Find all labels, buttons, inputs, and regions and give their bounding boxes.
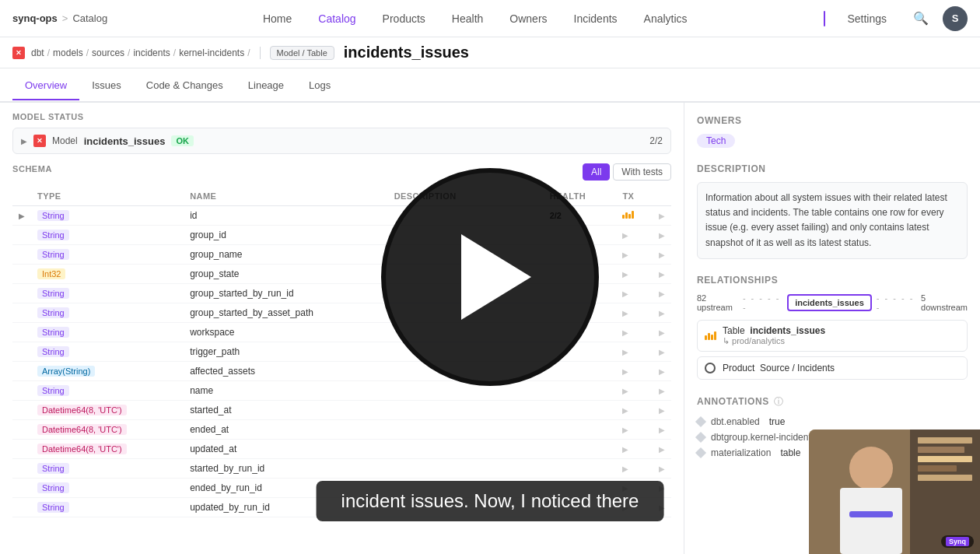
table-row[interactable]: String group_id ▶ ▶ <box>12 226 671 245</box>
tx-cell: ▶ <box>616 440 653 459</box>
svg-rect-3 <box>918 447 964 453</box>
table-row[interactable]: String name ▶ ▶ <box>12 381 671 401</box>
table-row[interactable]: String group_started_by_run_id ▶ ▶ <box>12 284 671 303</box>
model-expand-arrow[interactable]: ▶ <box>21 137 27 146</box>
type-cell: Datetime64(8, 'UTC') <box>31 440 184 459</box>
type-cell: String <box>31 459 184 479</box>
col-description-header: DESCRIPTION <box>388 187 544 206</box>
nav-incidents[interactable]: Incidents <box>562 8 630 30</box>
model-count: 2/2 <box>649 135 663 146</box>
row-expand-cell <box>12 226 31 245</box>
nav-products[interactable]: Products <box>370 8 438 30</box>
nav-center: Home Catalog Products Health Owners Inci… <box>129 8 821 30</box>
tab-overview[interactable]: Overview <box>12 72 79 100</box>
rel-diagram: 82 upstream - - - - - - incidents_issues… <box>697 293 968 312</box>
model-type-label: Model <box>52 135 78 146</box>
table-row[interactable]: Datetime64(8, 'UTC') ended_at ▶ ▶ <box>12 420 671 440</box>
breadcrumb-models[interactable]: models <box>53 47 83 58</box>
breadcrumb-dbt[interactable]: dbt <box>31 47 44 58</box>
row-expand-cell <box>12 303 31 323</box>
rel-item-product[interactable]: Product Source / Incidents <box>697 356 968 380</box>
table-row[interactable]: Datetime64(8, 'UTC') updated_at ▶ ▶ <box>12 440 671 459</box>
user-avatar[interactable]: S <box>943 6 968 31</box>
annotation-dbt-enabled: dbt.enabled true <box>697 416 968 427</box>
filter-all[interactable]: All <box>583 163 610 181</box>
table-row[interactable]: Datetime64(8, 'UTC') started_at ▶ ▶ <box>12 401 671 420</box>
schema-table: TYPE NAME DESCRIPTION HEALTH TX ▶ String… <box>12 187 671 517</box>
tab-lineage[interactable]: Lineage <box>236 72 296 100</box>
subtitle-text: incident issues. Now, I noticed there <box>341 490 639 511</box>
nav-owners[interactable]: Owners <box>497 8 559 30</box>
nav-analytics[interactable]: Analytics <box>632 8 700 30</box>
row-expand-cell <box>12 245 31 265</box>
table-row[interactable]: String group_name ▶ ▶ <box>12 245 671 265</box>
table-row[interactable]: String group_started_by_asset_path ▶ ▶ <box>12 303 671 323</box>
schema-label: SCHEMA <box>12 164 52 174</box>
svg-rect-2 <box>918 437 972 444</box>
health-cell <box>544 323 617 342</box>
nav-catalog[interactable]: Catalog <box>306 8 368 30</box>
relationships-section: Relationships 82 upstream - - - - - - in… <box>697 275 968 380</box>
nav-home[interactable]: Home <box>250 8 304 30</box>
table-row[interactable]: ▶ String id 2/2 ▶ <box>12 206 671 226</box>
top-nav: synq-ops > Catalog Home Catalog Products… <box>0 0 980 37</box>
type-cell: String <box>31 498 184 517</box>
health-cell: 2/2 <box>544 206 617 226</box>
nav-health[interactable]: Health <box>439 8 495 30</box>
table-row[interactable]: String trigger_path ▶ ▶ <box>12 342 671 362</box>
chevron-cell: ▶ <box>653 303 671 323</box>
tx-cell: ▶ <box>616 459 653 479</box>
breadcrumb-kernel-incidents[interactable]: kernel-incidents <box>179 47 244 58</box>
svg-rect-9 <box>849 511 893 517</box>
name-cell: trigger_path <box>184 342 388 362</box>
brand-name[interactable]: synq-ops <box>12 12 58 24</box>
type-cell: String <box>31 245 184 265</box>
row-expand-cell <box>12 459 31 479</box>
health-cell <box>544 381 617 401</box>
row-expand-cell <box>12 479 31 498</box>
table-row[interactable]: Int32 group_state ▶ ▶ <box>12 265 671 284</box>
chevron-cell: ▶ <box>653 265 671 284</box>
rel-item-table[interactable]: Table incidents_issues ↳ prod/analytics <box>697 320 968 352</box>
name-cell: group_started_by_asset_path <box>184 303 388 323</box>
tx-cell: ▶ <box>616 284 653 303</box>
tx-cell: ▶ <box>616 245 653 265</box>
nav-settings[interactable]: Settings <box>835 8 899 30</box>
table-row[interactable]: String started_by_run_id ▶ ▶ <box>12 459 671 479</box>
type-cell: Datetime64(8, 'UTC') <box>31 401 184 420</box>
row-expand-cell <box>12 381 31 401</box>
row-expand-cell <box>12 401 31 420</box>
nav-catalog-link[interactable]: Catalog <box>72 12 107 24</box>
breadcrumb-sources[interactable]: sources <box>92 47 124 58</box>
chevron-cell: ▶ <box>653 206 671 226</box>
svg-point-7 <box>849 447 893 490</box>
health-cell <box>544 420 617 440</box>
row-expand-arrow[interactable]: ▶ <box>19 212 25 220</box>
search-button[interactable]: 🔍 <box>908 6 933 31</box>
rel-table-sub: ↳ prod/analytics <box>723 336 825 346</box>
diamond-icon-3 <box>695 447 706 458</box>
page-title: incidents_issues <box>344 44 469 61</box>
chevron-cell: ▶ <box>653 245 671 265</box>
filter-with-tests[interactable]: With tests <box>613 163 671 181</box>
table-row[interactable]: Array(String) affected_assets ▶ ▶ <box>12 362 671 381</box>
rel-downstream-count: 5 downstream <box>921 293 968 312</box>
name-cell: started_by_run_id <box>184 459 388 479</box>
tab-logs[interactable]: Logs <box>296 72 343 100</box>
row-expand-cell: ▶ <box>12 206 31 226</box>
owner-tag-tech[interactable]: Tech <box>697 134 735 148</box>
annotations-info-icon: ⓘ <box>774 395 783 408</box>
row-expand-cell <box>12 362 31 381</box>
svg-rect-4 <box>918 456 972 462</box>
description-text: Information about all system issues with… <box>697 182 968 259</box>
tab-code-changes[interactable]: Code & Changes <box>134 72 236 100</box>
chevron-cell: ▶ <box>653 401 671 420</box>
filter-buttons: All With tests <box>583 163 671 181</box>
tab-issues[interactable]: Issues <box>79 72 134 100</box>
owners-section: Owners Tech <box>697 115 968 148</box>
description-cell <box>388 245 544 265</box>
name-cell: workspace <box>184 323 388 342</box>
breadcrumb-incidents[interactable]: incidents <box>133 47 170 58</box>
health-cell <box>544 265 617 284</box>
table-row[interactable]: String workspace ▶ ▶ <box>12 323 671 342</box>
